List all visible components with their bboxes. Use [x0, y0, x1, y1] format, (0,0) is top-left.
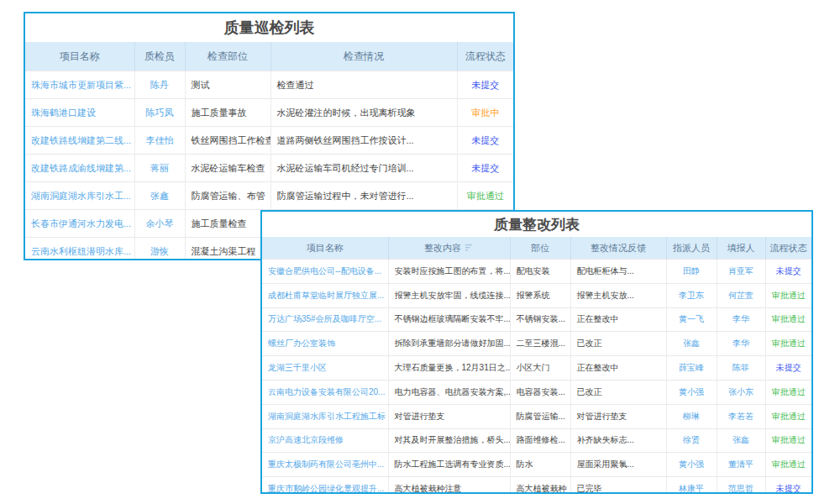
project-link[interactable]: 改建铁路成渝线增建第...	[31, 163, 131, 173]
cell-project[interactable]: 螺丝厂办公室装饰	[262, 332, 388, 356]
cell-inspector[interactable]: 陈丹	[134, 71, 185, 99]
assignee-link[interactable]: 黄小强	[679, 459, 704, 469]
assignee-link[interactable]: 林康平	[679, 484, 704, 493]
project-link[interactable]: 安徽合肥供电公司--配电设备...	[268, 266, 381, 276]
assignee-link[interactable]: 柳琳	[683, 412, 700, 421]
cell-project[interactable]: 长春市伊通河水力发电...	[25, 210, 134, 238]
cell-reporter[interactable]: 陈菲	[717, 356, 765, 381]
inspector-link[interactable]: 陈丹	[150, 80, 169, 90]
cell-reporter[interactable]: 张小东	[717, 380, 765, 404]
cell-project[interactable]: 万达广场35#会所及咖啡厅空...	[262, 307, 388, 332]
inspector-link[interactable]: 蒋丽	[150, 163, 169, 173]
reporter-link[interactable]: 陈菲	[732, 363, 749, 372]
cell-reporter[interactable]: 张鑫	[717, 428, 765, 453]
reporter-link[interactable]: 何芷萱	[728, 291, 753, 300]
cell-project[interactable]: 重庆太极制药有限公司亳州中...	[262, 453, 388, 477]
project-link[interactable]: 湖南洞庭湖水库引水工程施工标	[268, 412, 386, 421]
inspector-link[interactable]: 余小琴	[146, 218, 174, 228]
cell-inspector[interactable]: 蒋丽	[134, 155, 185, 182]
cell-inspector[interactable]: 陈巧凤	[134, 99, 185, 127]
sort-icon[interactable]	[465, 243, 474, 254]
project-link[interactable]: 万达广场35#会所及咖啡厅空...	[268, 314, 381, 323]
inspector-link[interactable]: 张鑫	[150, 191, 169, 201]
table-row: 万达广场35#会所及咖啡厅空...不锈钢边框玻璃隔断安装不牢...不锈钢安装..…	[262, 307, 811, 332]
project-link[interactable]: 珠海鹤港口建设	[31, 108, 96, 118]
reporter-link[interactable]: 董清平	[728, 459, 753, 469]
inspector-link[interactable]: 陈巧凤	[146, 108, 174, 118]
feedback-value: 已改正	[577, 387, 602, 396]
cell-assignee[interactable]: 李卫东	[666, 283, 717, 307]
inspector-link[interactable]: 游恢	[150, 246, 169, 256]
project-link[interactable]: 螺丝厂办公室装饰	[268, 339, 335, 348]
cell-reporter[interactable]: 李华	[717, 307, 765, 332]
cell-project[interactable]: 京沪高速北京段维修	[262, 428, 388, 453]
cell-reporter[interactable]: 何芷萱	[717, 283, 765, 307]
project-link[interactable]: 重庆太极制药有限公司亳州中...	[268, 459, 384, 469]
cell-reporter[interactable]: 范思哲	[717, 477, 765, 494]
cell-project[interactable]: 湖南洞庭湖水库引水工程施工标	[262, 404, 388, 428]
assignee-link[interactable]: 李卫东	[679, 291, 704, 300]
project-link[interactable]: 珠海市城市更新项目紫...	[31, 80, 131, 90]
reporter-link[interactable]: 李华	[732, 339, 749, 348]
reporter-link[interactable]: 肖亚军	[728, 266, 753, 276]
column-header-content[interactable]: 整改内容	[388, 237, 510, 260]
cell-project[interactable]: 改建铁路成渝线增建第...	[25, 155, 134, 182]
inspector-link[interactable]: 李佳怡	[146, 135, 174, 145]
cell-project[interactable]: 重庆市鹅岭公园绿化景观提升...	[262, 477, 388, 494]
cell-assignee[interactable]: 田静	[666, 260, 717, 284]
reporter-link[interactable]: 李华	[732, 314, 749, 323]
cell-assignee[interactable]: 黄小强	[666, 453, 717, 477]
cell-project[interactable]: 成都杜甫草堂临时展厅独立展...	[262, 283, 388, 307]
cell-project[interactable]: 改建铁路线增建第二线...	[25, 127, 134, 155]
project-link[interactable]: 成都杜甫草堂临时展厅独立展...	[268, 291, 384, 300]
status-value: 未提交	[776, 363, 801, 372]
assignee-link[interactable]: 黄一飞	[679, 314, 704, 323]
inspection-table-header-row: 项目名称质检员检查部位检查情况流程状态	[25, 42, 513, 71]
content-value: 安装时应按施工图的布置，将...	[395, 266, 511, 276]
reporter-link[interactable]: 张鑫	[732, 435, 749, 444]
cell-assignee[interactable]: 张鑫	[666, 332, 717, 356]
assignee-link[interactable]: 田静	[683, 266, 700, 276]
cell-assignee[interactable]: 柳琳	[666, 404, 717, 428]
project-link[interactable]: 长春市伊通河水力发电...	[31, 218, 131, 228]
reporter-link[interactable]: 范思哲	[728, 484, 753, 493]
cell-reporter[interactable]: 肖亚军	[717, 260, 765, 284]
cell-inspector[interactable]: 游恢	[134, 238, 185, 261]
part-value: 防水	[517, 459, 533, 469]
cell-project[interactable]: 湖南洞庭湖水库引水工...	[25, 182, 134, 210]
cell-project[interactable]: 龙湖三千里小区	[262, 356, 388, 381]
cell-assignee[interactable]: 徐贤	[666, 428, 717, 453]
project-link[interactable]: 重庆市鹅岭公园绿化景观提升...	[268, 484, 384, 493]
cell-reporter[interactable]: 董清平	[717, 453, 765, 477]
reporter-link[interactable]: 张小东	[728, 387, 753, 396]
cell-project[interactable]: 珠海市城市更新项目紫...	[25, 71, 134, 99]
cell-inspector[interactable]: 李佳怡	[134, 127, 185, 155]
part-value: 电容器安装...	[517, 387, 565, 396]
cell-reporter[interactable]: 李若若	[717, 404, 765, 428]
cell-reporter[interactable]: 李华	[717, 332, 765, 356]
cell-inspector[interactable]: 余小琴	[134, 210, 185, 238]
cell-project[interactable]: 安徽合肥供电公司--配电设备...	[262, 260, 388, 284]
cell-assignee[interactable]: 黄一飞	[666, 307, 717, 332]
project-link[interactable]: 京沪高速北京段维修	[268, 435, 344, 444]
project-link[interactable]: 云南水利枢纽潜明水库...	[31, 246, 131, 256]
project-link[interactable]: 云南电力设备安装有限公司20...	[268, 387, 385, 396]
cell-project[interactable]: 云南水利枢纽潜明水库...	[25, 238, 134, 261]
project-link[interactable]: 湖南洞庭湖水库引水工...	[31, 191, 131, 201]
cell-assignee[interactable]: 林康平	[666, 477, 717, 494]
assignee-link[interactable]: 徐贤	[683, 435, 700, 444]
feedback-value: 对管进行垫支	[577, 412, 627, 421]
assignee-link[interactable]: 黄小强	[679, 387, 704, 396]
cell-project[interactable]: 云南电力设备安装有限公司20...	[262, 380, 388, 404]
cell-inspector[interactable]: 张鑫	[134, 182, 185, 210]
cell-part: 防腐管运输...	[510, 404, 570, 428]
reporter-link[interactable]: 李若若	[728, 412, 753, 421]
assignee-link[interactable]: 张鑫	[683, 339, 700, 348]
project-link[interactable]: 龙湖三千里小区	[268, 363, 327, 372]
cell-assignee[interactable]: 薛宝峰	[666, 356, 717, 381]
cell-status: 审批通过	[765, 404, 811, 428]
cell-project[interactable]: 珠海鹤港口建设	[25, 99, 134, 127]
cell-assignee[interactable]: 黄小强	[666, 380, 717, 404]
project-link[interactable]: 改建铁路线增建第二线...	[31, 135, 131, 145]
assignee-link[interactable]: 薛宝峰	[679, 363, 704, 372]
